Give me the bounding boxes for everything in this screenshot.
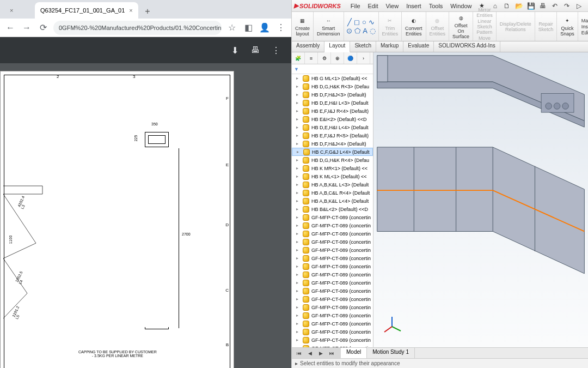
fm-config-icon[interactable]: ⚙ <box>318 52 331 64</box>
forward-button[interactable]: → <box>21 22 33 34</box>
nav-last-icon[interactable]: ⏭ <box>327 348 336 358</box>
fm-tree-icon[interactable]: 🧩 <box>292 52 305 64</box>
tab-layout[interactable]: Layout <box>324 41 350 52</box>
menu-edit[interactable]: Edit <box>365 3 382 9</box>
expand-icon[interactable]: ▸ <box>296 141 301 146</box>
expand-icon[interactable]: ▸ <box>296 305 301 310</box>
expand-icon[interactable]: ▸ <box>296 337 301 342</box>
new-tab-button[interactable]: + <box>140 4 155 19</box>
tree-item[interactable]: ▸HB A,B,K&L L<3> (Default <box>292 180 373 189</box>
expand-icon[interactable]: ▸ <box>296 231 301 236</box>
rg-blocks[interactable]: Make... Inser... Edit ... <box>578 12 588 41</box>
tree-item[interactable]: ▸GF-MFP-CT-089 (concertin <box>292 287 373 295</box>
tree-item[interactable]: ▸HB K ML<1> (Default) << <box>292 172 373 180</box>
view-triad[interactable] <box>381 315 403 336</box>
expand-icon[interactable]: ▸ <box>296 239 301 244</box>
open-icon[interactable]: 📂 <box>514 1 524 11</box>
expand-icon[interactable]: ▸ <box>296 166 301 171</box>
tree-item[interactable]: ▸HB C,F,G&J L<4> (Default <box>292 148 373 156</box>
tree-item[interactable]: ▸HB D,F,H&J<3> (Default) <box>292 91 373 99</box>
expand-icon[interactable]: ▸ <box>296 133 301 138</box>
profile-icon[interactable]: 👤 <box>259 22 271 34</box>
rg-create-layout[interactable]: ▦ Create layout <box>292 12 314 41</box>
tree-item[interactable]: ▸GF-MFP-CT-089 (concertin <box>292 246 373 254</box>
rg-offset-surface[interactable]: ◍ Offset On Surface <box>449 12 473 41</box>
expand-icon[interactable]: ▸ <box>296 256 301 261</box>
tree-item[interactable]: ▸HB E&I<2> (Default) <<D <box>292 115 373 123</box>
print-button[interactable]: 🖶 <box>249 44 262 57</box>
tab-model[interactable]: Model <box>341 348 367 358</box>
fm-expand-icon[interactable]: › <box>357 52 370 64</box>
tree-item[interactable]: ▸HB A,B,C&L R<4> (Default <box>292 189 373 197</box>
nav-prev-icon[interactable]: ◀ <box>305 348 315 358</box>
expand-icon[interactable]: ▸ <box>296 92 301 97</box>
tab-markup[interactable]: Markup <box>376 41 403 52</box>
chrome-tab-0[interactable]: × <box>0 2 33 19</box>
tree-item[interactable]: ▸GF-MFP-CT-089 (concertin <box>292 254 373 262</box>
expand-icon[interactable]: ▸ <box>296 329 301 334</box>
address-bar[interactable]: 0GFM%20-%20Manufactured%20Products/01.%2… <box>53 21 222 35</box>
expand-icon[interactable]: ▸ <box>296 190 301 195</box>
tab-sketch[interactable]: Sketch <box>350 41 376 52</box>
tree-item[interactable]: ▸HB E,F,I&J R<5> (Default) <box>292 131 373 140</box>
expand-icon[interactable]: ▸ <box>296 182 301 187</box>
tree-item[interactable]: ▸HB D,E,H&I L<4> (Default <box>292 123 373 131</box>
rg-quick-snaps[interactable]: ✦ Quick Snaps <box>557 12 578 41</box>
tab-evaluate[interactable]: Evaluate <box>403 41 434 52</box>
expand-icon[interactable]: ▸ <box>296 248 301 252</box>
rec-icon[interactable]: ● <box>586 1 588 11</box>
expand-icon[interactable]: ▸ <box>296 223 301 228</box>
tree-item[interactable]: ▸HB G ML<1> (Default) << <box>292 74 373 82</box>
close-icon[interactable]: × <box>10 7 13 14</box>
tab-addins[interactable]: SOLIDWORKS Add-Ins <box>434 41 500 52</box>
expand-icon[interactable]: ▸ <box>296 288 301 293</box>
tree-item[interactable]: ▸GF-MFP-CT-089 (concertin <box>292 328 373 336</box>
expand-icon[interactable]: ▸ <box>296 207 301 212</box>
expand-icon[interactable]: ▸ <box>296 158 301 162</box>
rg-smart-dim[interactable]: ↔ Smart Dimension <box>314 12 344 41</box>
tree-item[interactable]: ▸HB B&L<2> (Default) <<D <box>292 205 373 213</box>
nav-next-icon[interactable]: ▶ <box>316 348 326 358</box>
rg-convert[interactable]: ◐ Convert Entities <box>402 12 426 41</box>
nav-first-icon[interactable]: ⏮ <box>294 348 304 358</box>
fm-prop-icon[interactable]: ≡ <box>305 52 318 64</box>
expand-icon[interactable]: ▸ <box>296 125 301 130</box>
expand-icon[interactable]: ▸ <box>296 76 301 81</box>
tree-item[interactable]: ▸GF-MFP-CT-089 (concertin <box>292 238 373 246</box>
tree-item[interactable]: ▸HB D,G,H&K R<4> (Defau <box>292 156 373 164</box>
tree-item[interactable]: ▸GF-MFP-CT-089 (concertin <box>292 319 373 328</box>
new-icon[interactable]: 🗋 <box>502 1 512 11</box>
tree-item[interactable]: ▸GF-MFP-CT-089 (concertin <box>292 262 373 270</box>
tab-motion-study[interactable]: Motion Study 1 <box>367 348 415 358</box>
expand-icon[interactable]: ▸ <box>296 215 301 220</box>
tree-item[interactable]: ▸GF-MFP-CT-089 (concertin <box>292 270 373 279</box>
tree-item[interactable]: ▸GF-MFP-CT-089 (concertin <box>292 311 373 319</box>
close-icon[interactable]: × <box>129 7 132 14</box>
download-button[interactable]: ⬇ <box>228 44 241 57</box>
expand-icon[interactable]: ▸ <box>296 100 301 105</box>
menu-icon[interactable]: ⋮ <box>275 22 287 34</box>
tree-item[interactable]: ▸GF-MFP-CT-089 (concertin <box>292 279 373 287</box>
tree-filter[interactable]: ▼ <box>292 64 373 74</box>
tree-item[interactable]: ▸HB K MR<1> (Default) << <box>292 164 373 172</box>
back-button[interactable]: ← <box>4 22 16 34</box>
tree-item[interactable]: ▸HB D,G,H&K R<3> (Defau <box>292 82 373 91</box>
fm-appear-icon[interactable]: 🔵 <box>344 52 357 64</box>
expand-icon[interactable]: ▸ <box>296 280 301 285</box>
tree-item[interactable]: ▸HB D,F,H&J<4> (Default) <box>292 140 373 148</box>
menu-window[interactable]: Window <box>447 3 475 9</box>
expand-icon[interactable]: ▸ <box>296 297 301 301</box>
reload-button[interactable]: ⟳ <box>37 22 49 34</box>
tree-item[interactable]: ▸HB E,F,I&J R<4> (Default) <box>292 107 373 115</box>
tree-item[interactable]: ▸GF-MFP-CT-089 (concertin <box>292 221 373 230</box>
expand-icon[interactable]: ▸ <box>296 272 301 277</box>
expand-icon[interactable]: ▸ <box>297 149 301 154</box>
tree-item[interactable]: ▸GF-MFP-CT-089 (concertin <box>292 230 373 238</box>
tree-item[interactable]: ▸HB A,B,K&L L<4> (Default <box>292 197 373 205</box>
graphics-viewport[interactable] <box>373 52 588 347</box>
print-icon[interactable]: 🖶 <box>538 1 548 11</box>
expand-icon[interactable]: ▸ <box>296 84 301 89</box>
tab-assembly[interactable]: Assembly <box>292 41 324 52</box>
undo-icon[interactable]: ↶ <box>550 1 560 11</box>
rg-sketch-tools[interactable]: ╱◻○∿ ⊙⬠A◌ <box>344 12 379 41</box>
